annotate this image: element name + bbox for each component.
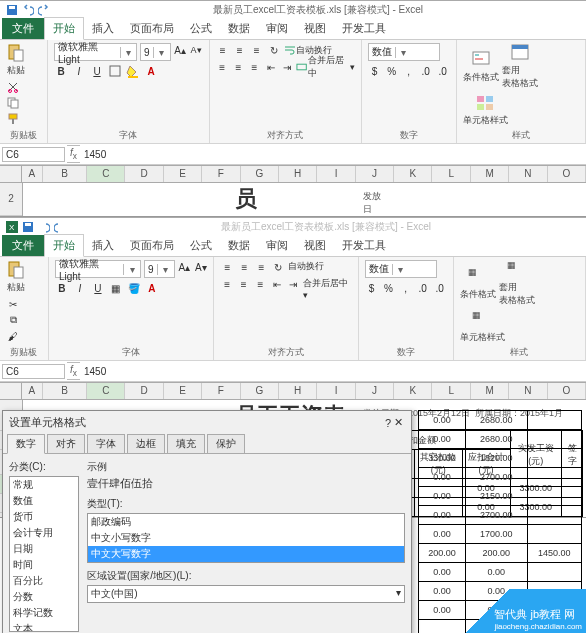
conditional-format-button[interactable]: 条件格式 [463, 50, 499, 84]
tab-dev[interactable]: 开发工具 [334, 18, 394, 39]
paste-button[interactable]: 粘贴 [6, 43, 26, 77]
list-item[interactable]: 邮政编码 [88, 514, 404, 518]
comma-icon[interactable]: , [402, 64, 416, 78]
shrink-font-icon[interactable]: A▾ [190, 43, 203, 57]
tab-file[interactable]: 文件 [2, 235, 44, 256]
bold-icon[interactable]: B [54, 64, 68, 78]
col-head[interactable]: C [87, 166, 125, 182]
tab-formulas[interactable]: 公式 [182, 18, 220, 39]
list-item[interactable]: 数值 [10, 493, 78, 509]
tab-home[interactable]: 开始 [44, 234, 84, 257]
col-head[interactable]: I [317, 166, 355, 182]
italic-icon[interactable]: I [73, 281, 87, 295]
col-head[interactable]: I [317, 383, 355, 399]
col-head[interactable]: L [432, 383, 470, 399]
col-head[interactable]: O [548, 166, 586, 182]
conditional-format-button[interactable]: ▦条件格式 [460, 267, 496, 301]
col-head[interactable]: D [125, 166, 163, 182]
percent-icon[interactable]: % [382, 281, 396, 295]
align-middle-icon[interactable]: ≡ [237, 260, 251, 274]
format-painter-icon[interactable] [6, 112, 20, 126]
col-head[interactable]: C [87, 383, 125, 399]
close-icon[interactable]: ✕ [391, 416, 405, 430]
fill-color-icon[interactable] [126, 64, 140, 78]
paste-button[interactable]: 粘贴 [6, 260, 26, 294]
dialog-tab-number[interactable]: 数字 [7, 434, 45, 454]
bold-icon[interactable]: B [55, 281, 69, 295]
indent-more-icon[interactable]: ⇥ [280, 60, 293, 74]
cut-icon[interactable]: ✂ [6, 297, 20, 311]
col-head[interactable]: E [164, 166, 202, 182]
cell-styles-button[interactable]: 单元格样式 [463, 93, 508, 127]
align-left-icon[interactable]: ≡ [216, 60, 229, 74]
percent-icon[interactable]: % [385, 64, 399, 78]
underline-icon[interactable]: U [91, 281, 105, 295]
copy-icon[interactable]: ⧉ [6, 313, 20, 327]
align-center-icon[interactable]: ≡ [232, 60, 245, 74]
font-color-icon[interactable]: A [144, 64, 158, 78]
fx-icon[interactable]: fx [67, 145, 80, 163]
list-item[interactable]: 常规 [10, 477, 78, 493]
font-size-combo[interactable]: 9▾ [140, 43, 171, 61]
col-head[interactable]: K [394, 166, 432, 182]
tab-dev[interactable]: 开发工具 [334, 235, 394, 256]
cut-icon[interactable] [6, 80, 20, 94]
formula-value[interactable]: 1450 [80, 148, 586, 161]
format-as-table-button[interactable]: ▦套用 表格格式 [499, 260, 535, 307]
tab-insert[interactable]: 插入 [84, 235, 122, 256]
number-format-combo[interactable]: 数值▾ [368, 43, 440, 61]
copy-icon[interactable] [6, 96, 20, 110]
col-head[interactable]: F [202, 383, 240, 399]
border-icon[interactable]: ▦ [109, 281, 123, 295]
currency-icon[interactable]: $ [365, 281, 379, 295]
col-head[interactable]: J [356, 166, 394, 182]
align-bottom-icon[interactable]: ≡ [250, 43, 264, 57]
align-middle-icon[interactable]: ≡ [233, 43, 247, 57]
col-head[interactable]: D [125, 383, 163, 399]
undo-icon[interactable] [38, 221, 50, 233]
font-name-combo[interactable]: 微软雅黑 Light▾ [54, 43, 137, 61]
name-box[interactable]: C6 [2, 147, 65, 162]
font-size-combo[interactable]: 9▾ [144, 260, 175, 278]
tab-data[interactable]: 数据 [220, 235, 258, 256]
col-head[interactable]: A [22, 166, 44, 182]
tab-view[interactable]: 视图 [296, 18, 334, 39]
merge-center-button[interactable]: 合并后居中▾ [296, 60, 354, 74]
dialog-tab-border[interactable]: 边框 [127, 434, 165, 453]
tab-layout[interactable]: 页面布局 [122, 18, 182, 39]
redo-icon[interactable] [54, 221, 66, 233]
border-icon[interactable] [108, 64, 122, 78]
save-icon[interactable] [22, 221, 34, 233]
comma-icon[interactable]: , [399, 281, 413, 295]
format-painter-icon[interactable]: 🖌 [6, 329, 20, 343]
currency-icon[interactable]: $ [368, 64, 382, 78]
grow-font-icon[interactable]: A▴ [178, 260, 191, 274]
tab-review[interactable]: 审阅 [258, 235, 296, 256]
format-as-table-button[interactable]: 套用 表格格式 [502, 43, 538, 90]
decrease-decimal-icon[interactable]: .0 [433, 281, 447, 295]
indent-more-icon[interactable]: ⇥ [287, 277, 301, 291]
col-head[interactable]: G [241, 383, 279, 399]
shrink-font-icon[interactable]: A▾ [194, 260, 207, 274]
increase-decimal-icon[interactable]: .0 [416, 281, 430, 295]
col-head[interactable]: B [43, 383, 87, 399]
dialog-tab-font[interactable]: 字体 [87, 434, 125, 453]
dialog-tab-align[interactable]: 对齐 [47, 434, 85, 453]
tab-formulas[interactable]: 公式 [182, 235, 220, 256]
align-top-icon[interactable]: ≡ [220, 260, 234, 274]
col-head[interactable]: O [548, 383, 586, 399]
select-all-corner[interactable] [0, 166, 22, 182]
align-right-icon[interactable]: ≡ [254, 277, 268, 291]
increase-decimal-icon[interactable]: .0 [419, 64, 433, 78]
tab-data[interactable]: 数据 [220, 18, 258, 39]
align-left-icon[interactable]: ≡ [220, 277, 234, 291]
col-head[interactable]: N [509, 166, 547, 182]
col-head[interactable]: F [202, 166, 240, 182]
decrease-decimal-icon[interactable]: .0 [436, 64, 450, 78]
formula-value[interactable]: 1450 [80, 365, 586, 378]
type-listbox[interactable]: 邮政编码 中文小写数字 中文大写数字 [87, 513, 405, 518]
fx-icon[interactable]: fx [67, 362, 80, 380]
list-item[interactable]: 货币 [10, 509, 78, 518]
col-head[interactable]: L [432, 166, 470, 182]
orientation-icon[interactable]: ↻ [267, 43, 281, 57]
